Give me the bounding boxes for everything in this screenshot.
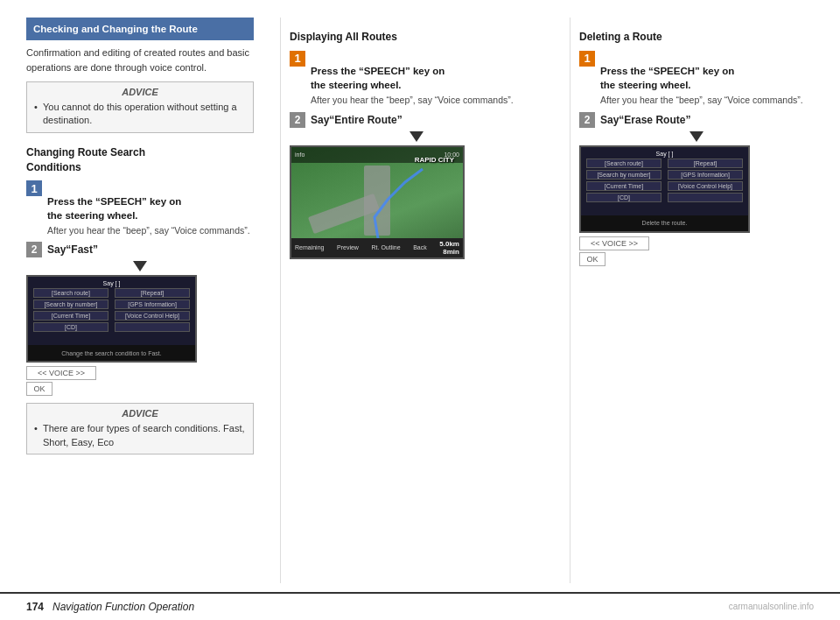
voice-screen-bottom-right: Delete the route. — [581, 215, 748, 231]
voice-screen-right: Say [ ] [Search route] [Repeat] [Search … — [579, 145, 750, 233]
footer: 174 Navigation Function Operation carman… — [0, 592, 840, 620]
voice-item-current-time: [Current Time] — [33, 311, 108, 321]
voice-item-gps-info: [GPS Information] — [115, 299, 190, 309]
step-1-mid-main: Press the “SPEECH” key on the steering w… — [311, 50, 543, 92]
advice-title-2: ADVICE — [34, 408, 246, 419]
voice-screen-left: Say [ ] [Search route] [Repeat] [Search … — [26, 275, 197, 363]
step-1-left: 1 Press the “SPEECH” key on the steering… — [26, 180, 254, 236]
voice-item-repeat: [Repeat] — [115, 288, 190, 298]
step-2-left: 2 Say“Fast” — [26, 242, 254, 257]
triangle-arrow-mid — [410, 131, 424, 142]
ok-btn-left[interactable]: OK — [26, 382, 52, 396]
divider-mid-right — [570, 18, 570, 583]
advice-item-1: You cannot do this operation without set… — [34, 101, 246, 128]
intro-text: Confirmation and editing of created rout… — [26, 46, 254, 74]
nav-distance: 5.0km 8min — [439, 240, 459, 256]
voice-screen-right-content: Say [ ] [Search route] [Repeat] [Search … — [581, 147, 748, 208]
step-number-right-1: 1 — [579, 51, 595, 67]
step-2-number: 2 — [26, 242, 42, 257]
advice-list-2: There are four types of search condition… — [34, 422, 246, 449]
voice-right-gps: [GPS Information] — [668, 170, 743, 180]
advice-box-1: ADVICE You cannot do this operation with… — [26, 81, 254, 133]
advice-list-1: You cannot do this operation without set… — [34, 101, 246, 128]
left-column: Checking and Changing the Route Confirma… — [26, 18, 271, 583]
mid-column: Displaying All Routes 1 Press the “SPEEC… — [290, 18, 561, 583]
voice-btn-left[interactable]: << VOICE >> — [26, 366, 96, 380]
advice-box-2: ADVICE There are four types of search co… — [26, 403, 254, 454]
voice-screen-left-content: Say [ ] [Search route] [Repeat] [Search … — [28, 277, 195, 337]
voice-right-row-2: [Search by number] [GPS Information] — [586, 170, 743, 180]
voice-item-search-number: [Search by number] — [33, 299, 108, 309]
voice-btn-row-right: << VOICE >> OK — [579, 236, 814, 266]
voice-right-repeat: [Repeat] — [668, 159, 743, 168]
advice-item-2: There are four types of search condition… — [34, 422, 246, 449]
step-2-mid-number: 2 — [290, 112, 305, 128]
step-2-mid: 2 Say“Entire Route” — [290, 112, 543, 128]
step-1-mid: 1 Press the “SPEECH” key on the steering… — [290, 50, 543, 107]
voice-row-2: [Search by number] [GPS Information] — [33, 299, 190, 309]
footer-watermark: carmanualsonline.info — [729, 602, 814, 611]
voice-label-left: Say [ ] — [33, 280, 190, 286]
step-1-right-main: Press the “SPEECH” key on the steering w… — [600, 50, 814, 92]
triangle-arrow-right — [690, 131, 704, 142]
step-2-say: Say“Fast” — [47, 243, 98, 256]
content-area: Checking and Changing the Route Confirma… — [0, 0, 840, 592]
nav-preview: Preview — [337, 244, 359, 250]
voice-btn-right[interactable]: << VOICE >> — [579, 236, 649, 250]
step-1-sub: After you hear the “beep”, say “Voice co… — [47, 224, 254, 237]
voice-screen-bottom-left: Change the search condition to Fast. — [28, 345, 195, 361]
footer-page-number: 174 — [26, 601, 44, 613]
voice-right-empty — [668, 193, 743, 202]
voice-item-search-route: [Search route] — [33, 288, 108, 298]
step-1-right: 1 Press the “SPEECH” key on the steering… — [579, 50, 814, 107]
step-2-right-say: Say“Erase Route” — [600, 114, 690, 126]
step-1-right-content: Press the “SPEECH” key on the steering w… — [600, 50, 814, 107]
voice-row-3: [Current Time] [Voice Control Help] — [33, 311, 190, 321]
nav-screen-mid: info 10:00 RAPID CITY Remaining Preview … — [290, 145, 465, 259]
nav-screen-bg: info 10:00 RAPID CITY Remaining Preview … — [291, 147, 463, 257]
voice-item-empty — [115, 322, 190, 332]
triangle-arrow-left — [133, 261, 147, 271]
voice-item-voice-help: [Voice Control Help] — [115, 311, 190, 321]
voice-right-search-number: [Search by number] — [586, 170, 662, 180]
voice-item-cd: [CD] — [33, 322, 108, 332]
step-1-main: Press the “SPEECH” key on the steering w… — [47, 180, 254, 222]
page: Checking and Changing the Route Confirma… — [0, 0, 840, 620]
nav-rt-outline: Rt. Outline — [372, 244, 401, 250]
voice-change-text-right: Delete the route. — [642, 220, 688, 226]
nav-remaining: Remaining — [295, 244, 324, 250]
step-1-content: Press the “SPEECH” key on the steering w… — [47, 180, 254, 236]
nav-back: Back — [413, 244, 427, 250]
voice-change-text-left: Change the search condition to Fast. — [61, 350, 161, 356]
step-2-right: 2 Say“Erase Route” — [579, 112, 814, 128]
voice-right-current-time: [Current Time] — [586, 181, 662, 191]
step-number-1: 1 — [26, 180, 42, 196]
ok-btn-right[interactable]: OK — [579, 252, 606, 266]
nav-bottom-bar: Remaining Preview Rt. Outline Back 5.0km… — [291, 238, 463, 257]
section-title-displaying: Displaying All Routes — [290, 30, 543, 45]
voice-right-row-1: [Search route] [Repeat] — [586, 159, 743, 168]
divider-left-mid — [280, 18, 281, 583]
section-header-checking: Checking and Changing the Route — [26, 18, 254, 40]
voice-right-voice-help: [Voice Control Help] — [668, 181, 743, 191]
right-column: Deleting a Route 1 Press the “SPEECH” ke… — [579, 18, 814, 583]
section-title-deleting: Deleting a Route — [579, 30, 814, 45]
section-title-text: Changing Route Search Conditions — [26, 146, 145, 173]
voice-right-row-4: [CD] — [586, 193, 743, 202]
voice-right-search-route: [Search route] — [586, 159, 662, 168]
step-2-right-number: 2 — [579, 112, 595, 128]
advice-title-1: ADVICE — [34, 87, 246, 97]
step-2-mid-say: Say“Entire Route” — [311, 114, 402, 126]
voice-row-4: [CD] — [33, 322, 190, 332]
voice-right-cd: [CD] — [586, 193, 662, 202]
voice-btn-row-left: << VOICE >> OK — [26, 366, 254, 396]
section-header-text: Checking and Changing the Route — [33, 24, 198, 34]
step-number-mid-1: 1 — [290, 51, 305, 67]
step-1-right-sub: After you hear the “beep”, say “Voice co… — [600, 94, 814, 107]
voice-right-row-3: [Current Time] [Voice Control Help] — [586, 181, 743, 191]
step-1-mid-content: Press the “SPEECH” key on the steering w… — [311, 50, 543, 107]
section-title-changing: Changing Route Search Conditions — [26, 145, 254, 175]
step-1-mid-sub: After you hear the “beep”, say “Voice co… — [311, 94, 543, 107]
voice-row-1: [Search route] [Repeat] — [33, 288, 190, 298]
footer-section-title: Navigation Function Operation — [52, 601, 194, 613]
